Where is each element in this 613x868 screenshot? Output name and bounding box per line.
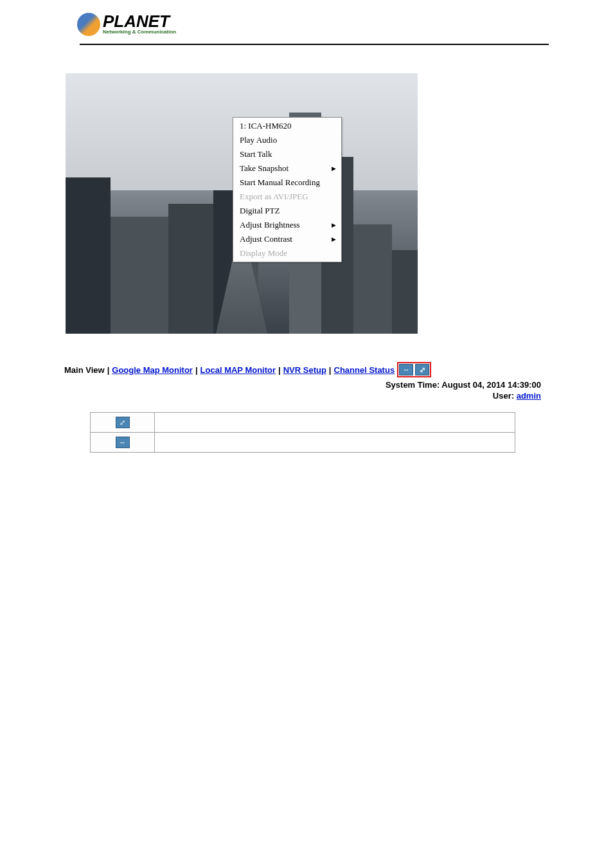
nav-main-view: Main View bbox=[64, 365, 105, 375]
user-line: User: admin bbox=[0, 390, 541, 401]
submenu-arrow-icon: ▶ bbox=[332, 236, 336, 242]
menu-item-manual-recording[interactable]: Start Manual Recording bbox=[233, 176, 341, 190]
menu-item-start-talk[interactable]: Start Talk bbox=[233, 147, 341, 161]
camera-bg-building bbox=[111, 217, 168, 334]
submenu-arrow-icon: ▶ bbox=[332, 222, 336, 228]
intro-text-block bbox=[0, 60, 613, 73]
nav-separator: | bbox=[278, 365, 281, 375]
nav-bar: Main View | Google Map Monitor | Local M… bbox=[64, 357, 542, 377]
menu-item-brightness[interactable]: Adjust Brightness▶ bbox=[233, 218, 341, 232]
table-row: ↔ bbox=[91, 433, 515, 453]
menu-item-digital-ptz[interactable]: Digital PTZ bbox=[233, 204, 341, 218]
brand-logo: PLANET Networking & Communication bbox=[77, 13, 176, 36]
nav-separator: | bbox=[195, 365, 198, 375]
fullscreen-icon: ⤢ bbox=[116, 417, 130, 428]
camera-context-menu: 1: ICA-HM620 Play Audio Start Talk Take … bbox=[233, 117, 342, 262]
logo-tagline: Networking & Communication bbox=[103, 29, 176, 35]
table-cell-desc bbox=[155, 433, 515, 453]
logo-text-block: PLANET Networking & Communication bbox=[103, 14, 176, 35]
stretch-icon[interactable]: ↔ bbox=[399, 364, 413, 375]
menu-item-play-audio[interactable]: Play Audio bbox=[233, 133, 341, 147]
globe-icon bbox=[77, 13, 100, 36]
camera-video-view[interactable]: 1: ICA-HM620 Play Audio Start Talk Take … bbox=[66, 73, 418, 334]
page-header: PLANET Networking & Communication bbox=[0, 0, 613, 44]
menu-item-display-mode: Display Mode bbox=[233, 246, 341, 260]
toolbar-icon-highlight: ↔ ⤢ bbox=[397, 362, 431, 377]
table-cell-desc bbox=[155, 413, 515, 433]
camera-bg-building bbox=[353, 224, 392, 334]
nav-separator: | bbox=[329, 365, 332, 375]
icon-description-table: ⤢ ↔ bbox=[90, 412, 515, 453]
camera-bg-building bbox=[66, 177, 111, 334]
nav-link-local-map[interactable]: Local MAP Monitor bbox=[200, 365, 276, 375]
table-row: ⤢ bbox=[91, 413, 515, 433]
menu-item-contrast[interactable]: Adjust Contrast▶ bbox=[233, 232, 341, 246]
stretch-icon: ↔ bbox=[116, 437, 130, 448]
system-time: System Time: August 04, 2014 14:39:00 bbox=[0, 377, 541, 390]
user-link[interactable]: admin bbox=[517, 391, 541, 401]
table-cell-icon: ⤢ bbox=[91, 413, 155, 433]
nav-separator: | bbox=[107, 365, 110, 375]
nav-link-nvr-setup[interactable]: NVR Setup bbox=[283, 365, 326, 375]
table-cell-icon: ↔ bbox=[91, 433, 155, 453]
fullscreen-icon[interactable]: ⤢ bbox=[415, 364, 429, 375]
nav-link-google-map[interactable]: Google Map Monitor bbox=[112, 365, 193, 375]
menu-item-export: Export as AVI/JPEG bbox=[233, 190, 341, 204]
section2-text bbox=[0, 334, 613, 357]
submenu-arrow-icon: ▶ bbox=[332, 165, 336, 172]
menu-item-camera-name[interactable]: 1: ICA-HM620 bbox=[233, 119, 341, 133]
nav-link-channel-status[interactable]: Channel Status bbox=[334, 365, 395, 375]
logo-brand-name: PLANET bbox=[103, 14, 176, 29]
header-rule bbox=[80, 44, 549, 45]
outro-text bbox=[0, 453, 613, 480]
menu-item-take-snapshot[interactable]: Take Snapshot▶ bbox=[233, 161, 341, 176]
camera-bg-building bbox=[392, 250, 418, 334]
camera-bg-building bbox=[168, 204, 213, 334]
